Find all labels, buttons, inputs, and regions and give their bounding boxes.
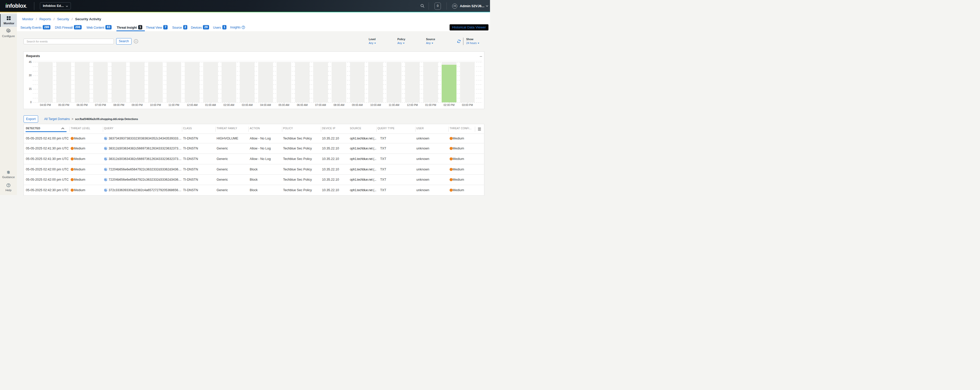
svg-text:i: i — [135, 40, 136, 43]
